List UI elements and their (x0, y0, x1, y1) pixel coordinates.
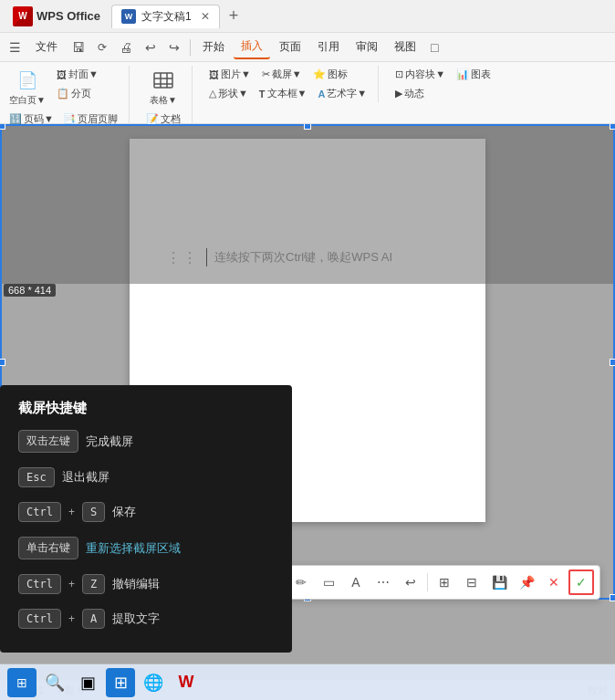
dim-overlay-top (0, 124, 615, 284)
blank-page-label: 空白页▼ (9, 94, 46, 107)
search-taskbar-button[interactable]: 🔍 (40, 668, 69, 697)
save-icon[interactable]: 🖫 (67, 37, 90, 58)
chart-icon: 📊 (456, 68, 469, 80)
desc-reselect: 重新选择截屏区域 (86, 540, 181, 557)
ss-pin-button[interactable]: 📌 (514, 569, 539, 595)
tab-close-button[interactable]: ✕ (201, 10, 210, 23)
key-ctrl-undo: Ctrl (18, 574, 61, 594)
ss-rect-button[interactable]: ▭ (316, 569, 341, 595)
grid-button[interactable]: ⊞ (106, 668, 135, 697)
ss-mosaic-button[interactable]: ⋯ (370, 569, 396, 595)
icon-button[interactable]: ⭐ 图标 (309, 66, 351, 83)
screenshot-icon: ✂ (262, 68, 270, 80)
plus2: + (68, 578, 75, 590)
image-button[interactable]: 🖼 图片▼ (205, 66, 255, 83)
cover-button[interactable]: 🖼 封面▼ (53, 66, 102, 83)
desc-save: 保存 (112, 504, 136, 520)
key-z: Z (82, 574, 105, 594)
handle-mid-right[interactable] (610, 359, 615, 366)
tab-label: 文字文稿1 (141, 9, 192, 25)
ss-pen-button[interactable]: ✏ (288, 569, 314, 595)
textbox-button[interactable]: T 文本框▼ (255, 85, 311, 102)
shape-label: 形状▼ (218, 87, 248, 100)
handle-mid-left[interactable] (0, 359, 5, 366)
print-icon[interactable]: 🖨 (114, 37, 138, 58)
browser-button[interactable]: 🌐 (139, 668, 168, 697)
ss-save-button[interactable]: 💾 (486, 569, 512, 595)
menu-review[interactable]: 审阅 (349, 36, 385, 58)
document-tab[interactable]: W 文字文稿1 ✕ (111, 5, 220, 28)
dimensions-badge: 668 * 414 (4, 284, 56, 297)
screenshot-button[interactable]: ✂ 截屏▼ (258, 66, 306, 83)
key-ctrl-save: Ctrl (18, 502, 61, 522)
chart-button[interactable]: 📊 图表 (453, 66, 495, 83)
key-s: S (82, 502, 105, 522)
shortcut-row-esc: Esc 退出截屏 (18, 467, 274, 487)
document-area: ⋮⋮ 连续按下两次Ctrl键，唤起WPS AI 668 * 414 ↺ ⊡ ↗ … (0, 124, 615, 680)
key-ctrl-ocr: Ctrl (18, 609, 61, 629)
wordart-button[interactable]: A 艺术字▼ (314, 85, 370, 102)
menu-view[interactable]: 视图 (387, 36, 423, 58)
undo2-icon[interactable]: ⟳ (92, 37, 112, 57)
icon-label: 图标 (328, 68, 348, 81)
handle-bottom-right[interactable] (610, 594, 615, 601)
hamburger-icon[interactable]: ☰ (4, 37, 26, 58)
shortcut-row-ocr: Ctrl + A 提取文字 (18, 609, 274, 629)
desc-esc: 退出截屏 (62, 469, 109, 486)
key-a: A (82, 609, 105, 629)
ribbon-group-content: ⊡ 内容块▼ 📊 图表 ▶ 动态 (384, 66, 502, 102)
image-icon: 🖼 (209, 69, 219, 80)
menu-home[interactable]: 开始 (195, 36, 232, 58)
table-button[interactable]: 表格▼ (142, 66, 184, 109)
menu-insert[interactable]: 插入 (234, 35, 270, 59)
wordart-label: 艺术字▼ (327, 87, 367, 100)
start-button[interactable]: ⊞ (7, 668, 36, 697)
page-break-icon: 📋 (57, 88, 69, 99)
textbox-icon: T (259, 89, 266, 99)
shape-icon: △ (209, 88, 216, 99)
word-icon: W (121, 9, 136, 24)
ss-expand-button[interactable]: ⊞ (432, 569, 457, 595)
app-logo: W WPS Office (5, 3, 108, 30)
blank-page-button[interactable]: 📄 空白页▼ (5, 66, 49, 109)
shortcut-row-undo: Ctrl + Z 撤销编辑 (18, 574, 274, 594)
ss-copy-button[interactable]: ⊟ (459, 569, 485, 595)
more-icon[interactable]: □ (425, 37, 443, 58)
shortcut-title: 截屏快捷键 (18, 400, 274, 417)
separator1 (190, 39, 191, 56)
ss-undo-button[interactable]: ↩ (398, 569, 423, 595)
chart-label: 图表 (471, 68, 491, 81)
menu-file[interactable]: 文件 (28, 36, 65, 58)
ss-text-button[interactable]: A (343, 569, 369, 595)
menu-reference[interactable]: 引用 (310, 36, 347, 58)
wps-taskbar-button[interactable]: W (172, 668, 201, 697)
content-block-button[interactable]: ⊡ 内容块▼ (391, 66, 449, 83)
shape-button[interactable]: △ 形状▼ (205, 85, 252, 102)
page-break-button[interactable]: 📋 分页 (53, 85, 102, 102)
desc-dblclick: 完成截屏 (86, 434, 133, 450)
new-tab-button[interactable]: + (224, 6, 245, 26)
icon-icon: ⭐ (313, 68, 326, 80)
wps-logo-icon: W (13, 6, 33, 26)
wordart-icon: A (318, 89, 325, 99)
menu-page[interactable]: 页面 (272, 36, 308, 58)
key-dblclick: 双击左键 (18, 430, 78, 453)
cover-icon: 🖼 (57, 69, 67, 80)
shortcut-row-save: Ctrl + S 保存 (18, 502, 274, 522)
undo-icon[interactable]: ↩ (140, 37, 162, 58)
shortcut-row-dblclick: 双击左键 完成截屏 (18, 430, 274, 453)
app-name: WPS Office (36, 9, 100, 23)
taskbar: ⊞ 🔍 ▣ ⊞ 🌐 W (0, 663, 615, 700)
shortcut-row-reselect: 单击右键 重新选择截屏区域 (18, 537, 274, 559)
svg-rect-0 (154, 73, 172, 88)
ss-confirm-button[interactable]: ✓ (568, 569, 594, 595)
ribbon-group-pages: 📄 空白页▼ 🖼 封面▼ 📋 分页 🔢 页码▼ (5, 66, 130, 128)
ss-cancel-button[interactable]: ✕ (541, 569, 567, 595)
menu-bar: ☰ 文件 🖫 ⟳ 🖨 ↩ ↪ 开始 插入 页面 引用 审阅 视图 □ (0, 33, 615, 62)
dynamic-button[interactable]: ▶ 动态 (391, 85, 428, 102)
redo-icon[interactable]: ↪ (163, 37, 185, 58)
ribbon: 📄 空白页▼ 🖼 封面▼ 📋 分页 🔢 页码▼ (0, 62, 615, 124)
shortcut-panel: 截屏快捷键 双击左键 完成截屏 Esc 退出截屏 Ctrl + S 保存 单击右… (0, 385, 292, 653)
files-button[interactable]: ▣ (73, 668, 102, 697)
content-block-label: 内容块▼ (405, 68, 445, 81)
